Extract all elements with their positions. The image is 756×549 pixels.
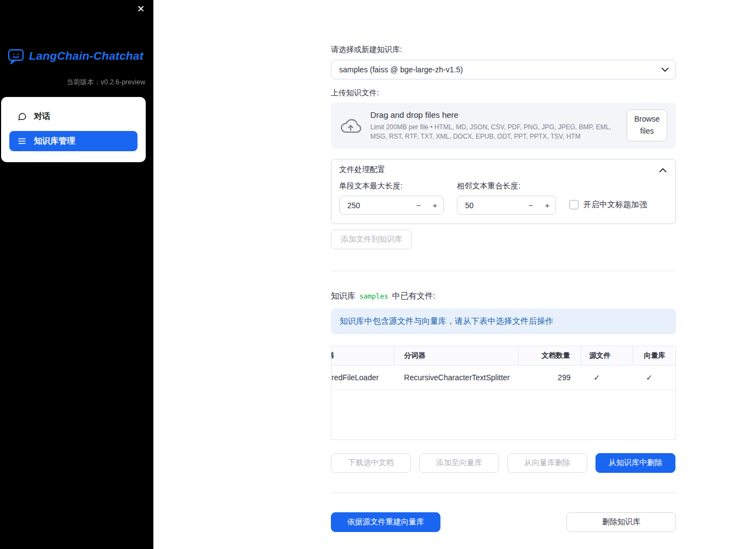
cell-source-check: ✓: [581, 365, 633, 390]
col-header-doc-count[interactable]: 文档数量: [519, 346, 581, 365]
upload-label: 上传知识文件:: [331, 87, 676, 98]
zh-title-enhance-checkbox[interactable]: [569, 200, 579, 209]
file-config-body: 单段文本最大长度: 250 − + 相邻文本重合长度: 50 − + 开启中文标…: [331, 180, 675, 224]
sidebar: ✕ LangChain-Chatchat 当前版本：v0.2.6-preview…: [0, 0, 153, 549]
zh-title-enhance-row: 开启中文标题加强: [569, 199, 647, 210]
overlap-length-input[interactable]: 50 − +: [457, 196, 556, 215]
sidebar-item-knowledge-base[interactable]: 知识库管理: [9, 131, 138, 151]
download-selected-button[interactable]: 下载选中文档: [331, 453, 411, 473]
max-length-label: 单段文本最大长度:: [339, 180, 444, 191]
info-banner-text: 知识库中包含源文件与向量库，请从下表中选择文件后操作: [340, 316, 553, 327]
col-header-source[interactable]: 源文件: [581, 346, 634, 365]
info-banner: 知识库中包含源文件与向量库，请从下表中选择文件后操作: [331, 308, 676, 334]
overlap-length-value: 50: [457, 201, 523, 210]
col-header-splitter[interactable]: 分词器: [394, 346, 519, 365]
max-length-increment-button[interactable]: +: [427, 201, 443, 210]
overlap-increment-button[interactable]: +: [539, 201, 555, 210]
add-files-to-kb-button[interactable]: 添加文件到知识库: [331, 230, 412, 249]
overlap-length-group: 相邻文本重合长度: 50 − +: [457, 180, 556, 215]
close-icon: ✕: [137, 4, 145, 14]
delete-from-kb-button[interactable]: 从知识库中删除: [595, 453, 675, 473]
file-config-expander: 文件处理配置 单段文本最大长度: 250 − + 相邻文本重合长度: 50 − …: [331, 159, 676, 224]
sidebar-nav: 对话 知识库管理: [1, 97, 146, 162]
max-length-decrement-button[interactable]: −: [410, 201, 427, 210]
divider: [331, 493, 676, 493]
app-logo: LangChain-Chatchat: [0, 47, 153, 65]
table-header-row: 器 分词器 文档数量 源文件 向量库: [331, 346, 675, 365]
existing-files-heading: 知识库 samples 中已有文件:: [331, 291, 676, 301]
delete-kb-button[interactable]: 删除知识库: [566, 512, 676, 532]
kb-files-table: 器 分词器 文档数量 源文件 向量库 redFileLoader Recursi…: [331, 346, 676, 440]
file-config-expander-header[interactable]: 文件处理配置: [331, 159, 675, 180]
main-content: 请选择或新建知识库: samples (faiss @ bge-large-zh…: [331, 0, 676, 532]
kb-select[interactable]: samples (faiss @ bge-large-zh-v1.5): [331, 60, 676, 79]
max-length-value: 250: [340, 201, 410, 210]
version-label: 当前版本：v0.2.6-preview: [0, 78, 153, 87]
close-sidebar-button[interactable]: ✕: [135, 3, 147, 15]
sidebar-item-knowledge-base-label: 知识库管理: [34, 136, 75, 146]
cell-vector-check: ✓: [633, 365, 675, 390]
logo-chat-bubble-icon: [7, 47, 25, 65]
chevron-down-icon: [661, 67, 669, 72]
logo-text: LangChain-Chatchat: [29, 49, 144, 62]
dropzone-title: Drag and drop files here: [370, 110, 618, 119]
chevron-up-icon: [659, 168, 667, 173]
kb-maintenance-row: 依据源文件重建向量库 删除知识库: [331, 512, 676, 532]
file-dropzone[interactable]: Drag and drop files here Limit 200MB per…: [331, 102, 676, 148]
cell-doc-count: 299: [519, 365, 581, 390]
overlap-decrement-button[interactable]: −: [523, 201, 539, 210]
cloud-upload-icon: [340, 117, 362, 134]
cell-loader: redFileLoader: [331, 365, 394, 390]
knowledge-base-icon: [18, 136, 27, 146]
max-length-input[interactable]: 250 − +: [339, 196, 444, 215]
rebuild-vector-store-button[interactable]: 依据源文件重建向量库: [331, 512, 440, 532]
sidebar-item-chat[interactable]: 对话: [1, 106, 146, 127]
overlap-length-label: 相邻文本重合长度:: [457, 180, 556, 191]
table-row[interactable]: redFileLoader RecursiveCharacterTextSpli…: [331, 365, 675, 390]
divider: [331, 271, 676, 271]
max-length-group: 单段文本最大长度: 250 − +: [339, 180, 444, 215]
existing-files-prefix: 知识库: [331, 291, 356, 301]
existing-files-suffix: 中已有文件:: [392, 291, 436, 301]
zh-title-enhance-label: 开启中文标题加强: [583, 199, 647, 210]
kb-name-code: samples: [359, 292, 388, 300]
file-actions-row: 下载选中文档 添加至向量库 从向量库删除 从知识库中删除: [331, 453, 676, 473]
add-to-vector-button[interactable]: 添加至向量库: [419, 453, 499, 473]
delete-from-vector-button[interactable]: 从向量库删除: [507, 453, 587, 473]
col-header-loader[interactable]: 器: [331, 346, 394, 365]
cell-splitter: RecursiveCharacterTextSplitter: [394, 365, 519, 390]
dropzone-limits: Limit 200MB per file • HTML, MD, JSON, C…: [370, 123, 618, 141]
browse-files-button[interactable]: Browse files: [627, 110, 667, 141]
sidebar-item-chat-label: 对话: [34, 111, 50, 122]
kb-select-value: samples (faiss @ bge-large-zh-v1.5): [339, 65, 463, 74]
dropzone-text: Drag and drop files here Limit 200MB per…: [370, 110, 618, 141]
chat-bubble-icon: [18, 112, 27, 121]
file-config-title: 文件处理配置: [339, 165, 385, 175]
kb-select-label: 请选择或新建知识库:: [331, 44, 676, 55]
col-header-vector[interactable]: 向量库: [633, 346, 675, 365]
